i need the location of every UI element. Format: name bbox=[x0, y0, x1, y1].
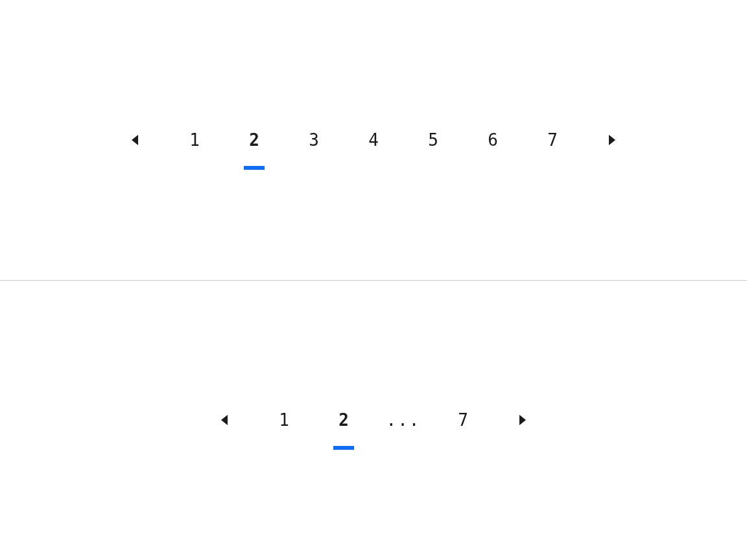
caret-right-icon bbox=[519, 415, 526, 425]
page-link-5[interactable]: 5 bbox=[403, 110, 463, 170]
pagination-compact-panel: 1 2 ... 7 bbox=[0, 281, 747, 561]
caret-right-icon bbox=[609, 135, 615, 145]
page-link-1[interactable]: 1 bbox=[254, 390, 314, 450]
page-link-3[interactable]: 3 bbox=[284, 110, 344, 170]
pagination-full: 1 2 3 4 5 6 7 bbox=[105, 110, 642, 170]
page-link-2[interactable]: 2 bbox=[224, 110, 284, 170]
pagination-full-panel: 1 2 3 4 5 6 7 bbox=[0, 0, 747, 280]
next-page-button[interactable] bbox=[493, 390, 552, 450]
caret-left-icon bbox=[132, 135, 138, 145]
prev-page-button[interactable] bbox=[105, 110, 165, 170]
next-page-button[interactable] bbox=[582, 110, 642, 170]
page-link-1[interactable]: 1 bbox=[165, 110, 224, 170]
page-link-7[interactable]: 7 bbox=[523, 110, 582, 170]
page-link-6[interactable]: 6 bbox=[463, 110, 523, 170]
prev-page-button[interactable] bbox=[195, 390, 254, 450]
page-link-2[interactable]: 2 bbox=[314, 390, 374, 450]
page-link-4[interactable]: 4 bbox=[344, 110, 403, 170]
pagination-compact: 1 2 ... 7 bbox=[195, 390, 552, 450]
page-link-7[interactable]: 7 bbox=[433, 390, 493, 450]
caret-left-icon bbox=[221, 415, 228, 425]
page-ellipsis: ... bbox=[374, 390, 433, 450]
